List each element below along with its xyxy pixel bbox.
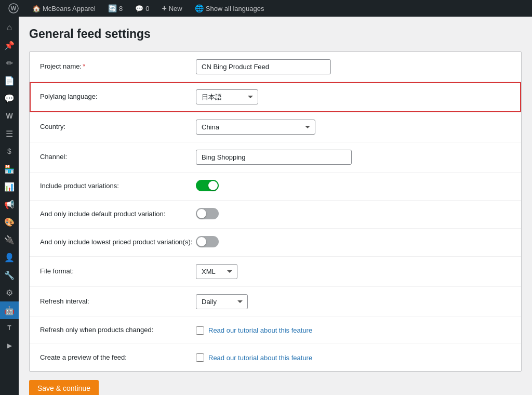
refresh-interval-label: Refresh interval: (40, 297, 196, 306)
project-name-label: Project name:* (40, 62, 196, 71)
polylang-row: Polylang language: 日本語 English 中文 França… (30, 82, 521, 112)
refresh-changed-row: Refresh only when products changed: Read… (30, 317, 521, 344)
page-title: General feed settings (29, 27, 522, 41)
sidebar-dashboard[interactable]: ⌂ (0, 19, 19, 36)
polylang-select[interactable]: 日本語 English 中文 Français (196, 89, 258, 104)
default-variation-label: And only include default product variati… (40, 209, 196, 219)
create-preview-checkbox[interactable] (196, 353, 204, 362)
create-preview-control: Read our tutorial about this feature (196, 353, 511, 362)
refresh-changed-checkbox[interactable] (196, 326, 204, 335)
refresh-interval-row: Refresh interval: Daily Hourly Weekly Ne… (30, 287, 521, 317)
sidebar-products[interactable]: ☰ (0, 125, 19, 142)
lowest-price-toggle[interactable] (196, 236, 219, 247)
refresh-changed-tutorial-link[interactable]: Read our tutorial about this feature (208, 326, 312, 334)
refresh-interval-select[interactable]: Daily Hourly Weekly Never (196, 294, 248, 309)
svg-text:W: W (11, 5, 17, 11)
channel-row: Channel: (30, 142, 521, 173)
country-row: Country: China United States United King… (30, 112, 521, 142)
sidebar-pages[interactable]: 📄 (0, 72, 19, 89)
plus-icon: + (162, 4, 166, 13)
lowest-price-control (196, 236, 511, 249)
sidebar-comments[interactable]: 💬 (0, 89, 19, 107)
default-variation-toggle[interactable] (196, 208, 219, 219)
updates-icon: 🔄 (108, 4, 117, 12)
updates-link[interactable]: 🔄 8 (105, 0, 126, 17)
sidebar-store[interactable]: 🏪 (0, 160, 19, 178)
default-variation-row: And only include default product variati… (30, 201, 521, 229)
refresh-interval-control: Daily Hourly Weekly Never (196, 294, 511, 309)
site-name-link[interactable]: 🏠 McBeans Apparel (29, 0, 99, 17)
file-format-control: XML CSV TSV (196, 264, 511, 279)
admin-bar: W 🏠 McBeans Apparel 🔄 8 💬 0 + New 🌐 Show… (0, 0, 532, 17)
comments-link[interactable]: 💬 0 (132, 0, 152, 17)
sidebar: ⌂ 📌 ✏ 📄 💬 W ☰ $ 🏪 📊 📢 🎨 🔌 👤 🔧 ⚙ 🤖 T ▶ (0, 17, 19, 395)
sidebar-woo[interactable]: W (0, 107, 19, 125)
sidebar-users[interactable]: 👤 (0, 248, 19, 266)
country-label: Country: (40, 122, 196, 131)
file-format-row: File format: XML CSV TSV (30, 257, 521, 287)
sidebar-analytics[interactable]: 📊 (0, 178, 19, 195)
polylang-control: 日本語 English 中文 Français (196, 89, 511, 104)
country-control: China United States United Kingdom Japan… (196, 120, 511, 135)
create-preview-label: Create a preview of the feed: (40, 353, 196, 362)
project-name-input[interactable] (196, 59, 331, 74)
sidebar-play[interactable]: ▶ (0, 337, 19, 354)
lowest-price-label: And only include lowest priced product v… (40, 238, 196, 247)
save-continue-button[interactable]: Save & continue (29, 380, 99, 395)
create-preview-row: Create a preview of the feed: Read our t… (30, 344, 521, 371)
sidebar-plugins[interactable]: 🔌 (0, 231, 19, 248)
house-icon: 🏠 (32, 5, 41, 12)
sidebar-pin[interactable]: 📌 (0, 36, 19, 54)
sidebar-orders[interactable]: $ (0, 142, 19, 160)
default-variation-control (196, 208, 511, 221)
languages-icon: 🌐 (195, 4, 204, 12)
refresh-changed-checkbox-row: Read our tutorial about this feature (196, 326, 511, 335)
include-variations-control (196, 180, 511, 193)
polylang-label: Polylang language: (40, 92, 196, 101)
project-name-control (196, 59, 511, 74)
sidebar-marketing[interactable]: 📢 (0, 195, 19, 213)
channel-label: Channel: (40, 152, 196, 162)
comments-icon: 💬 (135, 5, 143, 12)
project-name-row: Project name:* (30, 52, 521, 82)
sidebar-translate[interactable]: T (0, 319, 19, 337)
sidebar-tools[interactable]: 🔧 (0, 266, 19, 284)
create-preview-tutorial-link[interactable]: Read our tutorial about this feature (208, 354, 312, 362)
create-preview-checkbox-row: Read our tutorial about this feature (196, 353, 511, 362)
file-format-select[interactable]: XML CSV TSV (196, 264, 237, 279)
country-select[interactable]: China United States United Kingdom Japan… (196, 120, 315, 135)
channel-control (196, 150, 511, 165)
new-content-link[interactable]: + New (158, 0, 185, 17)
refresh-changed-label: Refresh only when products changed: (40, 325, 196, 335)
include-variations-label: Include product variations: (40, 181, 196, 191)
show-languages-link[interactable]: 🌐 Show all languages (192, 0, 268, 17)
form-card: Project name:* Polylang language: 日本語 En… (29, 51, 522, 372)
sidebar-settings[interactable]: ⚙ (0, 284, 19, 301)
include-variations-row: Include product variations: (30, 173, 521, 201)
sidebar-posts[interactable]: ✏ (0, 54, 19, 72)
layout: ⌂ 📌 ✏ 📄 💬 W ☰ $ 🏪 📊 📢 🎨 🔌 👤 🔧 ⚙ 🤖 T ▶ Ge… (0, 17, 532, 395)
sidebar-feed[interactable]: 🤖 (0, 301, 19, 319)
wp-logo[interactable]: W (4, 3, 23, 14)
include-variations-toggle[interactable] (196, 180, 219, 191)
main-content: General feed settings Project name:* Pol… (19, 17, 532, 395)
lowest-price-row: And only include lowest priced product v… (30, 229, 521, 257)
channel-input[interactable] (196, 150, 352, 165)
file-format-label: File format: (40, 267, 196, 276)
sidebar-appearance[interactable]: 🎨 (0, 213, 19, 231)
refresh-changed-control: Read our tutorial about this feature (196, 326, 511, 335)
